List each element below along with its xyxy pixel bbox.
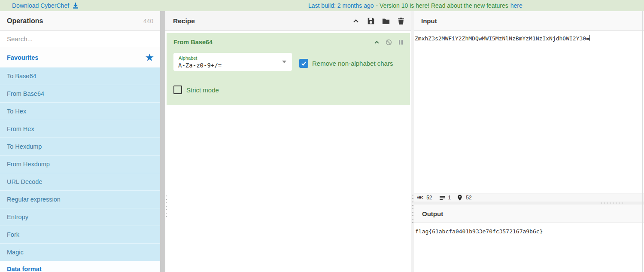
- last-build-link[interactable]: Last build: 2 months ago: [308, 2, 374, 9]
- operations-scrollbar[interactable]: [160, 11, 165, 272]
- download-cyberchef-link[interactable]: Download CyberChef: [12, 0, 79, 11]
- top-banner: Download CyberChef Last build: 2 months …: [0, 0, 644, 11]
- recipe-title: Recipe: [173, 17, 195, 25]
- cyberchef-app: Download CyberChef Last build: 2 months …: [0, 0, 644, 272]
- version-announcement: - Version 10 is here! Read about the new…: [376, 2, 508, 9]
- operation-item-to-hex[interactable]: To Hex: [0, 103, 160, 120]
- input-textarea[interactable]: ZmxhZ3s2MWFiY2ZhMDQwMWI5MzNlNzBmYzM1NzIx…: [414, 31, 644, 193]
- recipe-controls: [352, 17, 405, 25]
- load-recipe-folder-icon[interactable]: [382, 17, 390, 25]
- character-count-icon: ABC: [417, 196, 423, 199]
- line-count-icon: [439, 195, 445, 201]
- operations-panel: Operations 440 Favourites ★ To Base64 Fr…: [0, 11, 160, 272]
- favourites-star-icon[interactable]: ★: [145, 52, 154, 63]
- strict-mode-checkbox[interactable]: [173, 86, 182, 94]
- resize-gutter-recipe-io[interactable]: [411, 11, 414, 272]
- chevron-down-icon: [282, 61, 286, 63]
- output-textarea[interactable]: flag{61abcfa0401b933e70fc3572167a9b6c}: [414, 223, 644, 272]
- window-right-edge: [642, 11, 643, 272]
- operation-title-row: From Base64: [167, 33, 410, 51]
- input-text: ZmxhZ3s2MWFiY2ZhMDQwMWI5MzNlNzBmYzM1NzIx…: [415, 35, 589, 42]
- input-status-bar: ABC 52 1 52: [414, 193, 644, 202]
- cursor-position-pin-icon: [457, 195, 463, 201]
- strict-mode-label[interactable]: Strict mode: [186, 86, 219, 94]
- collapse-recipe-icon[interactable]: [352, 17, 360, 25]
- recipe-header: Recipe: [165, 11, 411, 31]
- operation-item-magic[interactable]: Magic: [0, 244, 160, 261]
- operation-item-to-hexdump[interactable]: To Hexdump: [0, 138, 160, 156]
- recipe-operation-from-base64[interactable]: From Base64 Alphabet A-Za-z0-9+/=: [167, 33, 410, 105]
- download-icon: [72, 2, 79, 9]
- alphabet-select-value: A-Za-z0-9+/=: [178, 62, 222, 69]
- operations-header: Operations 440: [0, 11, 160, 31]
- alphabet-select[interactable]: Alphabet A-Za-z0-9+/=: [173, 53, 292, 71]
- remove-non-alphabet-label[interactable]: Remove non-alphabet chars: [312, 60, 393, 67]
- remove-non-alphabet-row: Remove non-alphabet chars: [299, 59, 393, 68]
- line-count-value: 1: [448, 195, 451, 201]
- operation-name[interactable]: From Base64: [173, 39, 213, 46]
- input-title: Input: [421, 17, 437, 24]
- output-header: Output: [414, 205, 644, 223]
- operations-count-badge: 440: [143, 18, 153, 24]
- search-input[interactable]: [0, 31, 160, 47]
- operation-item-from-base64[interactable]: From Base64: [0, 85, 160, 103]
- strict-mode-row: Strict mode: [173, 86, 219, 94]
- operation-item-from-hexdump[interactable]: From Hexdump: [0, 156, 160, 173]
- operation-item-from-hex[interactable]: From Hex: [0, 120, 160, 138]
- io-panel: Input ZmxhZ3s2MWFiY2ZhMDQwMWI5MzNlNzBmYz…: [414, 11, 644, 272]
- favourites-label: Favourites: [7, 54, 38, 61]
- new-features-here-link[interactable]: here: [510, 2, 522, 9]
- operation-controls: [374, 39, 404, 46]
- save-recipe-icon[interactable]: [367, 17, 375, 25]
- operation-item-fork[interactable]: Fork: [0, 226, 160, 244]
- resize-handle-recipe-io[interactable]: [412, 193, 414, 224]
- operation-item-entropy[interactable]: Entropy: [0, 208, 160, 226]
- operation-item-regular-expression[interactable]: Regular expression: [0, 191, 160, 208]
- output-title: Output: [422, 210, 443, 217]
- resize-handle-operations-recipe[interactable]: [165, 194, 167, 219]
- operations-title: Operations: [7, 17, 43, 25]
- favourites-category-header[interactable]: Favourites ★: [0, 47, 160, 67]
- build-info: Last build: 2 months ago - Version 10 is…: [308, 0, 522, 11]
- remove-non-alphabet-checkbox[interactable]: [299, 59, 308, 68]
- output-text: flag{61abcfa0401b933e70fc3572167a9b6c}: [415, 228, 543, 235]
- recipe-panel: Recipe From Base64: [165, 11, 411, 272]
- resize-handle-input-output[interactable]: [600, 202, 625, 204]
- character-count-value: 52: [426, 195, 432, 201]
- clear-recipe-trash-icon[interactable]: [397, 17, 405, 25]
- operation-item-to-base64[interactable]: To Base64: [0, 67, 160, 85]
- alphabet-select-label: Alphabet: [179, 55, 197, 61]
- breakpoint-pause-icon[interactable]: [398, 39, 404, 46]
- resize-gutter-input-output[interactable]: [414, 202, 644, 205]
- collapse-operation-icon[interactable]: [374, 39, 380, 46]
- operation-item-url-decode[interactable]: URL Decode: [0, 173, 160, 191]
- category-header-data-format[interactable]: Data format: [0, 261, 160, 272]
- disable-operation-icon[interactable]: [386, 39, 392, 46]
- input-caret: [589, 35, 590, 41]
- download-link-label: Download CyberChef: [12, 2, 69, 9]
- search-row: [0, 31, 160, 47]
- input-header: Input: [414, 11, 644, 31]
- cursor-position-value: 52: [466, 195, 471, 201]
